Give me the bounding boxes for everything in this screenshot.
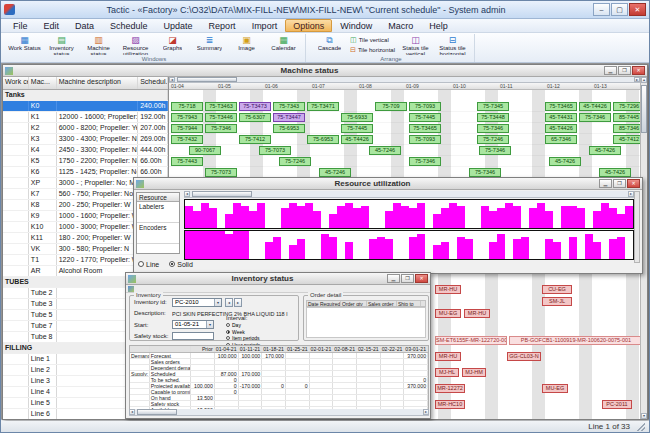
menu-tab-edit[interactable]: Edit — [36, 19, 68, 32]
close-icon[interactable]: ✕ — [415, 274, 428, 283]
chevron-down-icon[interactable]: ▾ — [206, 321, 213, 328]
gantt-bar[interactable]: 75-6933 — [341, 113, 373, 122]
gantt-bar[interactable]: MJ-HM — [462, 368, 486, 377]
gantt-bar[interactable]: 75-7346 — [409, 157, 441, 166]
column-header[interactable]: Schedul... — [138, 77, 168, 89]
inventory-status-titlebar[interactable]: Inventory status ▁ ❐ ✕ — [126, 273, 430, 285]
menu-tab-import[interactable]: Import — [244, 19, 286, 32]
chart-horizontal-scrollbar[interactable]: ◂ ▸ — [184, 191, 634, 198]
gantt-bar[interactable]: 75-7346 — [477, 124, 509, 133]
gantt-bar[interactable]: 45-T4426 — [579, 102, 611, 111]
gantt-bar[interactable]: MU-EG — [542, 384, 568, 393]
resource-list-header[interactable]: Resource — [137, 193, 179, 202]
gantt-bar[interactable]: 75-6953 — [307, 135, 339, 144]
resize-grip-icon[interactable] — [636, 422, 645, 431]
minimize-icon[interactable]: ▁ — [604, 66, 617, 75]
scroll-left-icon[interactable]: ◂ — [129, 409, 135, 415]
gantt-bar[interactable]: 75-T3465 — [545, 102, 577, 111]
restore-icon[interactable]: ❐ — [613, 179, 626, 188]
chart-vertical-scrollbar[interactable] — [634, 191, 640, 263]
minimize-icon[interactable]: – — [593, 3, 610, 16]
gantt-bar[interactable]: 75-7093 — [409, 102, 441, 111]
chevron-down-icon[interactable]: ▾ — [214, 299, 221, 306]
menu-tab-report[interactable]: Report — [201, 19, 244, 32]
gantt-bar[interactable]: 75-7346 — [469, 168, 501, 177]
work-status-button[interactable]: ▦Work Status — [6, 34, 43, 55]
column-header[interactable]: Work ce... — [3, 77, 29, 89]
gantt-bar[interactable]: 75-7445 — [341, 124, 373, 133]
machine-status-button[interactable]: ▥Machine status — [80, 34, 117, 55]
gantt-bar[interactable]: SM-ET6155F-MR-122720-0071-002 — [435, 336, 507, 345]
maximize-icon[interactable]: ▢ — [611, 3, 628, 16]
gantt-bar[interactable]: 85-7445 — [613, 113, 640, 122]
inventory-id-combo[interactable]: PC-2010 ▾ — [172, 298, 222, 307]
gantt-bar[interactable]: 75-7345 — [477, 102, 509, 111]
scroll-down-icon[interactable]: ▾ — [641, 413, 647, 419]
gantt-bar[interactable]: MR-HU — [435, 285, 461, 294]
gantt-bar[interactable]: SM-JL — [542, 297, 572, 306]
gantt-bar[interactable]: 75-7073 — [259, 146, 291, 155]
gantt-bar[interactable]: 75-7246 — [477, 135, 509, 144]
graphs-button[interactable]: ◪Graphs — [154, 34, 191, 55]
order-column-header[interactable]: Ship to — [397, 301, 421, 306]
gantt-bar[interactable]: 75-7093 — [409, 135, 441, 144]
gantt-bar[interactable]: 75-T3471 — [307, 102, 339, 111]
gantt-bar[interactable]: 75-7346 — [579, 113, 611, 122]
tile-vertical-button[interactable]: ◫Tile vertical — [348, 35, 397, 45]
gantt-bar[interactable]: 85-7346 — [613, 124, 640, 133]
grid-icon[interactable] — [128, 286, 134, 292]
close-icon[interactable]: ✕ — [627, 179, 640, 188]
gantt-bar[interactable]: GG-CL03-N — [507, 352, 541, 361]
machine-row[interactable]: K42450 - 3300; Propeller: No; Mixer:444.… — [3, 145, 168, 156]
machine-status-titlebar[interactable]: Machine status ▁ ❐ ✕ — [3, 65, 647, 77]
gantt-bar[interactable]: 75-709 — [375, 102, 407, 111]
gantt-bar[interactable]: MR-HU — [464, 309, 490, 318]
gantt-bar[interactable]: MU-EG — [435, 309, 461, 318]
machine-row[interactable]: K0240.00h — [3, 101, 168, 112]
order-detail-body[interactable] — [306, 307, 426, 338]
inventory-status-button[interactable]: ▤Inventory status — [43, 34, 80, 55]
grid-column-header[interactable]: 01-04-21 — [215, 346, 239, 352]
next-item-button[interactable]: ▸ — [234, 298, 242, 307]
gantt-bar[interactable]: MJ-HL — [435, 368, 459, 377]
order-column-header[interactable]: Order qty — [341, 301, 367, 306]
scroll-left-icon[interactable]: ◂ — [184, 191, 190, 197]
gantt-bar[interactable]: 45-7412 — [613, 135, 640, 144]
grid-column-header[interactable]: 01-11-21 — [239, 346, 263, 352]
gantt-bar[interactable]: 45-T4426 — [545, 124, 577, 133]
scrollbar-thumb[interactable] — [192, 191, 252, 197]
gantt-bar[interactable]: 75-T3447 — [273, 113, 305, 122]
grid-column-header[interactable]: 02-22-21 — [381, 346, 405, 352]
gantt-bar[interactable]: MR-HU — [435, 352, 461, 361]
gantt-bar[interactable]: 75-6953 — [273, 124, 305, 133]
gantt-bar[interactable]: 75-718 — [171, 102, 203, 111]
start-date-combo[interactable]: 01-05-21 ▾ — [172, 320, 214, 329]
gantt-bar[interactable]: 75-T3465 — [409, 124, 441, 133]
scrollbar-thumb[interactable] — [137, 409, 177, 415]
gantt-bar[interactable]: 75-7346 — [205, 124, 237, 133]
calendar-button[interactable]: ▦Calendar — [265, 34, 302, 55]
column-header[interactable]: Mac... — [29, 77, 57, 89]
tile-horizontal-button[interactable]: ⊟Tile horizontal — [348, 45, 397, 55]
close-icon[interactable]: ✕ — [632, 66, 645, 75]
order-column-header[interactable]: Date Required — [307, 301, 341, 306]
gantt-bar[interactable]: 75-7246 — [279, 157, 311, 166]
grid-column-header[interactable]: 01-18-21 — [262, 346, 286, 352]
gantt-bar[interactable]: 75-7343 — [273, 102, 305, 111]
scroll-up-icon[interactable]: ▴ — [641, 77, 647, 83]
summary-button[interactable]: ≣Summary — [191, 34, 228, 55]
gantt-bar[interactable]: 75-7432 — [171, 135, 203, 144]
gantt-bar[interactable]: 45-T4426 — [341, 135, 373, 144]
order-column-header[interactable]: Sales order — [367, 301, 397, 306]
gantt-bar[interactable]: 45-T4431 — [545, 113, 577, 122]
gantt-bar[interactable]: 75-7445 — [409, 113, 441, 122]
gantt-bar[interactable]: 45-7426 — [549, 157, 581, 166]
gantt-bar[interactable]: 75-T3448 — [477, 113, 509, 122]
image-button[interactable]: ▣Image — [228, 34, 265, 55]
gantt-bar[interactable]: 75-T3463 — [205, 102, 237, 111]
scrollbar-thumb[interactable] — [177, 77, 237, 82]
menu-tab-macro[interactable]: Macro — [380, 19, 421, 32]
section-row[interactable]: Tanks — [3, 90, 168, 101]
gantt-bar[interactable]: 75-7346 — [479, 146, 511, 155]
gantt-bar[interactable]: 45-7246 — [319, 168, 351, 177]
